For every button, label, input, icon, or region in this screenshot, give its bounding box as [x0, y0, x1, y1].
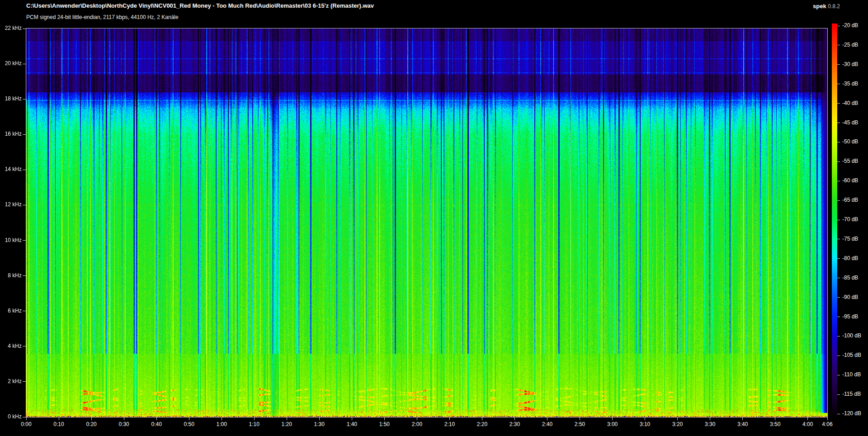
time-tick-label: 3:30 — [705, 421, 715, 427]
freq-tick — [23, 346, 26, 346]
time-tick — [59, 417, 59, 420]
time-tick-label: 2:30 — [509, 421, 520, 427]
time-tick-label: 2:40 — [542, 421, 552, 427]
db-tick — [837, 64, 840, 65]
time-tick-label: 2:50 — [575, 421, 585, 427]
db-tick — [837, 103, 840, 104]
db-tick — [837, 355, 840, 356]
time-tick — [319, 417, 320, 420]
time-tick — [352, 417, 352, 420]
time-tick-label: 1:10 — [249, 421, 259, 427]
time-tick — [124, 417, 124, 420]
freq-tick-label: 2 kHz — [1, 378, 22, 384]
app-brand: spek 0.8.2 — [813, 3, 840, 9]
db-tick-label: -110 dB — [842, 371, 861, 378]
time-tick — [612, 417, 613, 420]
freq-tick-label: 8 kHz — [1, 272, 22, 279]
freq-tick — [23, 28, 26, 29]
time-tick-label: 0:10 — [53, 421, 64, 427]
db-tick-label: -60 dB — [842, 177, 858, 184]
freq-tick-label: 12 kHz — [1, 201, 22, 208]
time-tick — [710, 417, 710, 420]
time-tick — [26, 417, 27, 420]
time-tick-label: 4:06 — [822, 421, 832, 427]
time-tick — [91, 417, 92, 420]
freq-tick-label: 16 kHz — [1, 131, 22, 137]
db-tick-label: -70 dB — [842, 216, 858, 223]
time-tick-label: 0:30 — [118, 421, 129, 427]
time-tick — [449, 417, 450, 420]
time-tick — [384, 417, 385, 420]
db-tick-label: -65 dB — [842, 197, 858, 203]
file-path-title: C:\Users\Anwender\Desktop\NorthCyde Viny… — [26, 2, 374, 9]
db-tick-label: -55 dB — [842, 158, 858, 164]
db-tick-label: -35 dB — [842, 81, 858, 87]
db-tick-label: -40 dB — [842, 100, 858, 106]
db-tick-label: -25 dB — [842, 42, 858, 48]
db-tick — [837, 336, 840, 336]
time-tick-label: 1:30 — [314, 421, 325, 427]
db-tick-label: -85 dB — [842, 275, 858, 281]
time-tick-label: 0:00 — [21, 421, 31, 427]
freq-tick — [23, 205, 26, 205]
time-tick — [254, 417, 255, 420]
db-tick — [837, 297, 840, 298]
stream-info: PCM signed 24-bit little-endian, 2117 kb… — [26, 14, 179, 20]
db-tick-label: -20 dB — [842, 22, 858, 28]
freq-tick — [23, 275, 26, 276]
db-tick — [837, 414, 840, 414]
time-tick-label: 1:50 — [379, 421, 390, 427]
time-tick — [807, 417, 808, 420]
time-tick — [514, 417, 515, 420]
db-tick — [837, 123, 840, 123]
time-tick — [156, 417, 157, 420]
db-tick — [837, 394, 840, 395]
freq-tick-label: 4 kHz — [1, 343, 22, 349]
db-tick — [837, 45, 840, 45]
time-tick — [189, 417, 189, 420]
freq-tick-label: 6 kHz — [1, 308, 22, 314]
time-tick-label: 2:00 — [412, 421, 422, 427]
db-tick-label: -100 dB — [842, 332, 861, 339]
db-tick — [837, 220, 840, 220]
time-tick — [827, 417, 828, 420]
time-tick-label: 3:10 — [640, 421, 650, 427]
db-tick-label: -115 dB — [842, 391, 861, 397]
time-tick-label: 0:20 — [86, 421, 96, 427]
db-tick-label: -50 dB — [842, 138, 858, 145]
db-tick — [837, 200, 840, 201]
db-tick-label: -105 dB — [842, 352, 861, 358]
freq-tick-label: 22 kHz — [1, 25, 22, 31]
time-tick-label: 2:20 — [477, 421, 487, 427]
time-tick — [775, 417, 775, 420]
time-tick — [547, 417, 547, 420]
time-tick — [580, 417, 580, 420]
time-tick — [677, 417, 678, 420]
time-tick-label: 0:40 — [151, 421, 161, 427]
db-tick — [837, 278, 840, 278]
db-tick — [837, 26, 840, 26]
db-tick-label: -120 dB — [842, 410, 861, 417]
db-tick — [837, 258, 840, 259]
time-tick-label: 4:00 — [802, 421, 813, 427]
app-version: 0.8.2 — [828, 3, 840, 9]
db-tick-label: -75 dB — [842, 236, 858, 242]
db-tick — [837, 84, 840, 84]
freq-tick-label: 20 kHz — [1, 60, 22, 66]
time-tick-label: 1:00 — [217, 421, 227, 427]
app-name: spek — [813, 3, 826, 9]
db-tick — [837, 375, 840, 375]
time-tick — [482, 417, 482, 420]
db-tick-label: -90 dB — [842, 294, 858, 300]
freq-tick — [23, 170, 26, 170]
time-tick-label: 3:50 — [770, 421, 780, 427]
spectrogram-canvas — [26, 28, 827, 417]
db-tick-label: -80 dB — [842, 255, 858, 261]
time-tick-label: 2:10 — [444, 421, 455, 427]
time-tick-label: 3:20 — [672, 421, 683, 427]
freq-tick — [23, 381, 26, 382]
time-tick — [287, 417, 287, 420]
freq-tick — [23, 99, 26, 100]
freq-tick — [23, 311, 26, 311]
db-tick — [837, 317, 840, 317]
